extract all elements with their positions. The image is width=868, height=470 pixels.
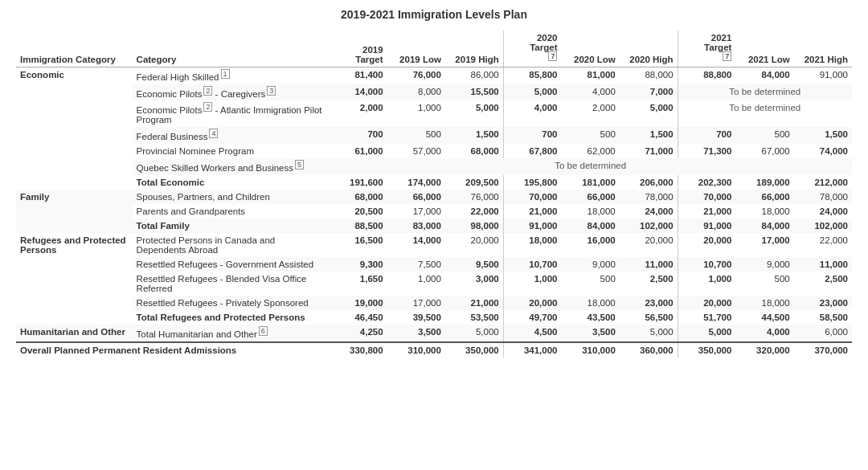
2019-target-cell: 4,250 xyxy=(329,325,387,342)
2019-target-cell: 16,500 xyxy=(329,233,387,257)
header-2021-target: 2021 Target 7 xyxy=(678,31,735,67)
2021-low-cell: 66,000 xyxy=(735,190,793,204)
2021-target-cell: 700 xyxy=(678,127,735,144)
2020-target-cell: 700 xyxy=(503,127,561,144)
category-cell: Parents and Grandparents xyxy=(133,204,330,219)
2021-target-cell: 202,300 xyxy=(678,175,735,190)
2021-target-cell: 91,000 xyxy=(678,219,735,233)
header-category: Category xyxy=(133,31,330,67)
note-sup: 5 xyxy=(295,160,304,170)
2021-low-cell: 44,500 xyxy=(735,310,793,325)
2019-target-cell: 700 xyxy=(329,127,387,144)
2019-high-cell: 53,500 xyxy=(445,310,503,325)
2019-high-cell: 5,000 xyxy=(445,100,503,127)
2019-low-cell: 1,000 xyxy=(387,272,445,296)
2019-high-cell: 209,500 xyxy=(445,175,503,190)
table-row: Resettled Refugees - Blended Visa Office… xyxy=(16,272,852,296)
table-row: Total Economic191,600174,000209,500195,8… xyxy=(16,175,852,190)
2021-low-cell: 18,000 xyxy=(735,204,793,219)
2019-low-cell: 39,500 xyxy=(387,310,445,325)
2021-low-cell: 9,000 xyxy=(735,257,793,272)
2021-low-cell: 500 xyxy=(735,272,793,296)
2019-low-cell: 17,000 xyxy=(387,204,445,219)
2020-target-cell: 21,000 xyxy=(503,204,561,219)
2021-low-cell: 4,000 xyxy=(735,325,793,342)
2019-high-cell: 5,000 xyxy=(445,325,503,342)
2020-target-cell: 91,000 xyxy=(503,219,561,233)
2020-high-cell: 5,000 xyxy=(620,325,678,342)
table-row: Total Refugees and Protected Persons46,4… xyxy=(16,310,852,325)
2020-high-cell: 5,000 xyxy=(620,100,678,127)
2021-high-cell: 91,000 xyxy=(794,67,852,84)
category-cell: Federal Business4 xyxy=(133,127,330,144)
2021-target-cell: 1,000 xyxy=(678,272,735,296)
2021-low-cell: 84,000 xyxy=(735,219,793,233)
2020-target-cell: 70,000 xyxy=(503,190,561,204)
2019-target-cell: 46,450 xyxy=(329,310,387,325)
2021-high-cell: 58,500 xyxy=(794,310,852,325)
header-2021-high: 2021 High xyxy=(794,31,852,67)
2019-high-cell: 86,000 xyxy=(445,67,503,84)
category-cell: Total Family xyxy=(133,219,330,233)
header-2020-target: 2020 Target 7 xyxy=(503,31,561,67)
overall-num-2: 350,000 xyxy=(445,342,503,358)
table-row: Total Family88,50083,00098,00091,00084,0… xyxy=(16,219,852,233)
2019-high-cell: 68,000 xyxy=(445,144,503,158)
2019-target-cell: 20,500 xyxy=(329,204,387,219)
table-row: Refugees and Protected PersonsProtected … xyxy=(16,233,852,257)
2020-low-cell: 2,000 xyxy=(561,100,619,127)
2021-high-cell: 102,000 xyxy=(794,219,852,233)
2021-high-cell: 11,000 xyxy=(794,257,852,272)
2019-high-cell: 20,000 xyxy=(445,233,503,257)
2021-high-cell: 78,000 xyxy=(794,190,852,204)
2020-target-cell: 4,500 xyxy=(503,325,561,342)
category-cell: Economic Pilots2 - Caregivers3 xyxy=(133,84,330,101)
category-cell: Quebec Skilled Workers and Business5 xyxy=(133,158,330,175)
2020-high-cell: 88,000 xyxy=(620,67,678,84)
2020-target-cell: 10,700 xyxy=(503,257,561,272)
2020-high-cell: 7,000 xyxy=(620,84,678,101)
2021-high-cell: 22,000 xyxy=(794,233,852,257)
2019-target-cell: 9,300 xyxy=(329,257,387,272)
2019-high-cell: 3,000 xyxy=(445,272,503,296)
table-row: Economic Pilots2 - Caregivers314,0008,00… xyxy=(16,84,852,101)
2020-low-cell: 9,000 xyxy=(561,257,619,272)
2020-target-cell: 5,000 xyxy=(503,84,561,101)
2019-high-cell: 15,500 xyxy=(445,84,503,101)
2021-target-cell: 21,000 xyxy=(678,204,735,219)
2020-high-cell: 11,000 xyxy=(620,257,678,272)
2020-low-cell: 500 xyxy=(561,272,619,296)
2021-target-cell: 88,800 xyxy=(678,67,735,84)
2019-high-cell: 9,500 xyxy=(445,257,503,272)
2020-target-cell: 18,000 xyxy=(503,233,561,257)
2019-target-cell: 61,000 xyxy=(329,144,387,158)
category-cell: Provincial Nominee Program xyxy=(133,144,330,158)
category-cell: Resettled Refugees - Blended Visa Office… xyxy=(133,272,330,296)
2020-target-cell: 1,000 xyxy=(503,272,561,296)
2019-low-cell: 3,500 xyxy=(387,325,445,342)
2020-low-cell: 43,500 xyxy=(561,310,619,325)
2020-low-cell: 18,000 xyxy=(561,296,619,310)
2021-low-cell: 18,000 xyxy=(735,296,793,310)
2020-target-cell: 4,000 xyxy=(503,100,561,127)
table-row: Economic Pilots2 - Atlantic Immigration … xyxy=(16,100,852,127)
2020-high-cell: 102,000 xyxy=(620,219,678,233)
2020-low-cell: 16,000 xyxy=(561,233,619,257)
2019-low-cell: 17,000 xyxy=(387,296,445,310)
2021-high-cell: 2,500 xyxy=(794,272,852,296)
2019-low-cell: 500 xyxy=(387,127,445,144)
header-2019-high: 2019 High xyxy=(445,31,503,67)
2020-low-cell: 500 xyxy=(561,127,619,144)
2020-low-cell: 62,000 xyxy=(561,144,619,158)
category-cell: Total Humanitarian and Other6 xyxy=(133,325,330,342)
2019-low-cell: 174,000 xyxy=(387,175,445,190)
2020-target-cell: 195,800 xyxy=(503,175,561,190)
section-label: Family xyxy=(16,190,133,233)
note-sup: 2 xyxy=(203,86,212,96)
overall-num-1: 310,000 xyxy=(387,342,445,358)
2021-low-cell: 189,000 xyxy=(735,175,793,190)
2020-high-cell: 24,000 xyxy=(620,204,678,219)
2020-low-cell: 18,000 xyxy=(561,204,619,219)
category-cell: Economic Pilots2 - Atlantic Immigration … xyxy=(133,100,330,127)
header-2021-low: 2021 Low xyxy=(735,31,793,67)
